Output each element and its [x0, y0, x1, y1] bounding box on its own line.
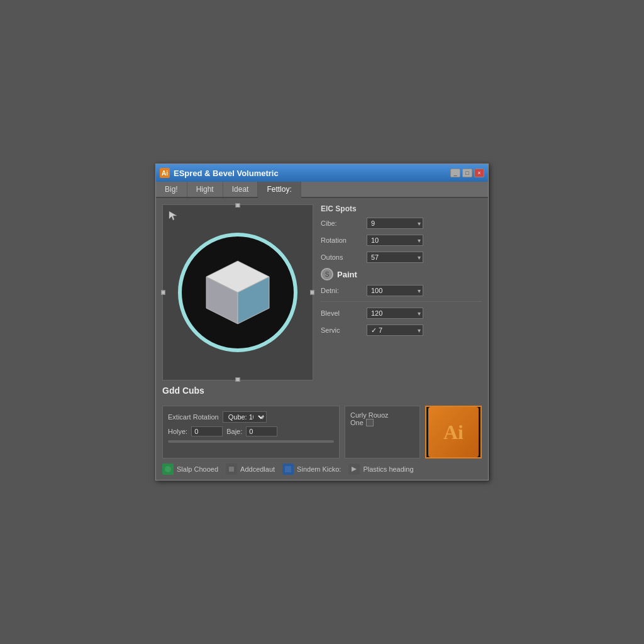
titlebar: Ai ESpred & Bevel Volumetric _ □ × [156, 164, 488, 182]
outons-select[interactable]: 57 [367, 252, 423, 263]
blevel-select-wrapper: 120 [367, 307, 423, 319]
svg-rect-6 [285, 466, 291, 472]
holye-baje-row: Holye: Baje: [168, 426, 334, 436]
servic-label: Servic [321, 326, 362, 334]
blevel-label: Blevel [321, 309, 362, 317]
tab-ideat[interactable]: Ideat [223, 182, 258, 197]
baje-input[interactable] [246, 426, 277, 436]
holye-input[interactable] [191, 426, 223, 436]
maximize-button[interactable]: □ [462, 169, 472, 177]
detni-label: Detni: [321, 287, 362, 294]
one-row: One [350, 419, 414, 426]
tab-big[interactable]: Big! [156, 182, 187, 197]
ai-logo: Ai [428, 407, 479, 457]
viewport[interactable] [162, 204, 313, 380]
paint-section: S Paint [321, 268, 482, 280]
rotation-row: Rotation 10 [321, 234, 482, 246]
sindem-icon [282, 464, 294, 475]
bottom-row: Exticart Rotation Qube: 10 Holye: Baje: [162, 406, 482, 458]
rotation-row-bottom: Exticart Rotation Qube: 10 [168, 411, 334, 423]
svg-marker-7 [352, 467, 357, 472]
bottom-icons: Slalp Chooed Addcedlaut Sindem Kicko: Pl… [162, 464, 482, 475]
slalp-icon [162, 464, 174, 475]
outons-label: Outons [321, 253, 362, 261]
detni-select-wrapper: 100 [367, 284, 423, 296]
detni-row: Detni: 100 [321, 284, 482, 296]
tab-fettloy[interactable]: Fettloy: [258, 182, 301, 198]
handle-top[interactable] [236, 203, 240, 208]
outons-row: Outons 57 [321, 251, 482, 263]
bottom-section: Exticart Rotation Qube: 10 Holye: Baje: [156, 402, 488, 480]
main-window: Ai ESpred & Bevel Volumetric _ □ × Big! … [155, 164, 489, 480]
icon-sindem: Sindem Kicko: [282, 464, 341, 475]
handle-bottom[interactable] [236, 377, 240, 382]
rotation-select-wrapper: 10 [367, 234, 423, 246]
cibe-select-wrapper: 9 [367, 217, 423, 229]
addcedlaut-label: Addcedlaut [240, 465, 275, 473]
gdd-label: Gdd Cubs [162, 386, 313, 396]
tab-hight[interactable]: Hight [187, 182, 223, 197]
curly-label: Curly Rouoz [350, 411, 414, 419]
holye-label: Holye: [168, 428, 187, 435]
one-checkbox[interactable] [366, 419, 374, 426]
right-panel: ElC Spots Cibe: 9 Rotation 10 [321, 204, 482, 396]
outons-select-wrapper: 57 [367, 251, 423, 263]
bottom-panel-left: Exticart Rotation Qube: 10 Holye: Baje: [162, 406, 340, 458]
rotation-bottom-wrapper: Qube: 10 [223, 411, 267, 423]
plastics-label: Plastics heading [363, 465, 413, 473]
paint-icon: S [321, 268, 333, 280]
paint-label: Paint [337, 270, 357, 279]
cibe-label: Cibe: [321, 219, 362, 227]
bottom-slider[interactable] [168, 440, 334, 443]
blevel-row: Blevel 120 [321, 307, 482, 319]
divider1 [321, 301, 482, 302]
rotation-label: Rotation [321, 236, 362, 244]
svg-rect-5 [229, 467, 234, 472]
minimize-button[interactable]: _ [450, 169, 460, 177]
arrow-icon [348, 464, 360, 475]
icon-plastics: Plastics heading [348, 464, 413, 475]
rotation-bottom-select[interactable]: Qube: 10 [223, 411, 267, 423]
titlebar-left: Ai ESpred & Bevel Volumetric [160, 168, 279, 178]
baje-label: Baje: [226, 428, 242, 435]
ai-logo-panel: Ai [425, 406, 482, 458]
svg-marker-0 [169, 211, 177, 220]
cube-svg [194, 248, 282, 336]
cibe-row: Cibe: 9 [321, 217, 482, 229]
icon-addcedlaut: Addcedlaut [226, 464, 275, 475]
detni-select[interactable]: 100 [367, 285, 423, 296]
svg-point-4 [165, 466, 171, 472]
cibe-select[interactable]: 9 [367, 218, 423, 229]
rotation-select[interactable]: 10 [367, 235, 423, 246]
preview-circle [178, 233, 297, 352]
blevel-select[interactable]: 120 [367, 308, 423, 319]
pencil-icon [226, 464, 237, 475]
ai-logo-text: Ai [443, 421, 464, 444]
sindem-label: Sindem Kicko: [297, 465, 341, 473]
one-label: One [350, 419, 364, 426]
servic-select-wrapper: ✓ 7 [367, 324, 423, 336]
main-content: Gdd Cubs ElC Spots Cibe: 9 Rotation 10 [156, 198, 488, 402]
tab-bar: Big! Hight Ideat Fettloy: [156, 182, 488, 198]
servic-row: Servic ✓ 7 [321, 324, 482, 336]
slalp-label: Slalp Chooed [177, 465, 218, 473]
handle-left[interactable] [161, 291, 165, 295]
window-controls: _ □ × [450, 169, 484, 177]
bottom-panel-mid: Curly Rouoz One [345, 406, 420, 458]
left-panel: Gdd Cubs [162, 204, 313, 396]
tool-cursor-icon [168, 210, 179, 224]
elc-spots-label: ElC Spots [321, 204, 482, 213]
app-icon: Ai [160, 168, 170, 178]
icon-slalp: Slalp Chooed [162, 464, 218, 475]
close-button[interactable]: × [474, 169, 484, 177]
exticart-label: Exticart Rotation [168, 413, 219, 421]
handle-right[interactable] [310, 291, 314, 295]
window-title: ESpred & Bevel Volumetric [174, 169, 279, 178]
servic-select[interactable]: ✓ 7 [367, 325, 423, 336]
